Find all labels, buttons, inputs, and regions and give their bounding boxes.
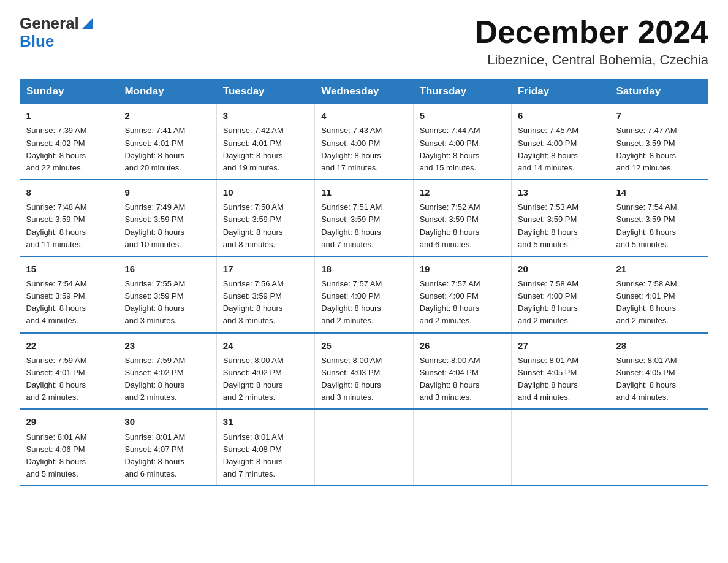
calendar-cell: 17Sunrise: 7:56 AM Sunset: 3:59 PM Dayli…	[216, 256, 314, 333]
day-info: Sunrise: 8:01 AM Sunset: 4:07 PM Dayligh…	[124, 431, 210, 481]
day-info: Sunrise: 7:49 AM Sunset: 3:59 PM Dayligh…	[124, 201, 210, 251]
day-number: 24	[223, 339, 308, 353]
day-info: Sunrise: 8:00 AM Sunset: 4:03 PM Dayligh…	[321, 354, 406, 404]
day-info: Sunrise: 7:50 AM Sunset: 3:59 PM Dayligh…	[223, 201, 308, 251]
calendar-cell: 19Sunrise: 7:57 AM Sunset: 4:00 PM Dayli…	[413, 256, 511, 333]
day-number: 5	[420, 109, 505, 123]
day-info: Sunrise: 8:01 AM Sunset: 4:06 PM Dayligh…	[26, 431, 112, 481]
day-info: Sunrise: 7:52 AM Sunset: 3:59 PM Dayligh…	[420, 201, 505, 251]
logo-general-text: General	[20, 15, 79, 33]
day-number: 16	[124, 262, 210, 276]
day-number: 15	[26, 262, 112, 276]
day-number: 6	[518, 109, 603, 123]
day-number: 23	[124, 339, 210, 353]
calendar-cell: 28Sunrise: 8:01 AM Sunset: 4:05 PM Dayli…	[610, 333, 708, 410]
day-info: Sunrise: 7:57 AM Sunset: 4:00 PM Dayligh…	[321, 278, 406, 327]
day-info: Sunrise: 8:01 AM Sunset: 4:05 PM Dayligh…	[518, 354, 603, 404]
day-of-week-header: Wednesday	[315, 80, 413, 104]
page-header: General Blue December 2024 Libeznice, Ce…	[20, 15, 708, 68]
day-info: Sunrise: 7:51 AM Sunset: 3:59 PM Dayligh…	[321, 201, 406, 251]
calendar-cell: 11Sunrise: 7:51 AM Sunset: 3:59 PM Dayli…	[315, 180, 413, 256]
title-block: December 2024 Libeznice, Central Bohemia…	[474, 15, 708, 68]
day-number: 19	[420, 262, 505, 276]
day-of-week-header: Tuesday	[216, 80, 314, 104]
calendar-cell: 10Sunrise: 7:50 AM Sunset: 3:59 PM Dayli…	[216, 180, 314, 256]
calendar-cell: 20Sunrise: 7:58 AM Sunset: 4:00 PM Dayli…	[512, 256, 610, 333]
calendar-cell	[610, 409, 708, 486]
day-info: Sunrise: 8:00 AM Sunset: 4:04 PM Dayligh…	[420, 354, 505, 404]
day-number: 10	[223, 185, 308, 199]
day-number: 21	[616, 262, 702, 276]
day-info: Sunrise: 7:54 AM Sunset: 3:59 PM Dayligh…	[616, 201, 702, 251]
day-info: Sunrise: 7:54 AM Sunset: 3:59 PM Dayligh…	[26, 278, 112, 327]
calendar-cell: 9Sunrise: 7:49 AM Sunset: 3:59 PM Daylig…	[118, 180, 216, 256]
calendar-cell	[512, 409, 610, 486]
day-info: Sunrise: 8:01 AM Sunset: 4:05 PM Dayligh…	[616, 354, 702, 404]
day-number: 22	[26, 339, 112, 353]
svg-marker-0	[82, 18, 93, 29]
day-of-week-header: Monday	[118, 80, 216, 104]
day-info: Sunrise: 7:59 AM Sunset: 4:01 PM Dayligh…	[26, 354, 112, 404]
calendar-cell: 7Sunrise: 7:47 AM Sunset: 3:59 PM Daylig…	[610, 104, 708, 180]
logo: General Blue	[20, 15, 94, 50]
day-number: 4	[321, 109, 406, 123]
day-info: Sunrise: 7:39 AM Sunset: 4:02 PM Dayligh…	[26, 124, 112, 174]
day-number: 18	[321, 262, 406, 276]
day-info: Sunrise: 7:53 AM Sunset: 3:59 PM Dayligh…	[518, 201, 603, 251]
calendar-cell: 6Sunrise: 7:45 AM Sunset: 4:00 PM Daylig…	[512, 104, 610, 180]
calendar-cell: 22Sunrise: 7:59 AM Sunset: 4:01 PM Dayli…	[20, 333, 118, 410]
day-info: Sunrise: 7:43 AM Sunset: 4:00 PM Dayligh…	[321, 124, 406, 174]
day-info: Sunrise: 7:44 AM Sunset: 4:00 PM Dayligh…	[420, 124, 505, 174]
day-info: Sunrise: 7:55 AM Sunset: 3:59 PM Dayligh…	[124, 278, 210, 327]
page-subtitle: Libeznice, Central Bohemia, Czechia	[474, 52, 708, 68]
day-info: Sunrise: 7:41 AM Sunset: 4:01 PM Dayligh…	[124, 124, 210, 174]
day-number: 8	[26, 185, 112, 199]
calendar-cell: 4Sunrise: 7:43 AM Sunset: 4:00 PM Daylig…	[315, 104, 413, 180]
calendar-cell: 14Sunrise: 7:54 AM Sunset: 3:59 PM Dayli…	[610, 180, 708, 256]
calendar-week-row: 22Sunrise: 7:59 AM Sunset: 4:01 PM Dayli…	[20, 333, 708, 410]
calendar-cell: 27Sunrise: 8:01 AM Sunset: 4:05 PM Dayli…	[512, 333, 610, 410]
calendar-cell: 31Sunrise: 8:01 AM Sunset: 4:08 PM Dayli…	[216, 409, 314, 486]
calendar-cell: 8Sunrise: 7:48 AM Sunset: 3:59 PM Daylig…	[20, 180, 118, 256]
day-of-week-header: Friday	[512, 80, 610, 104]
logo-blue-text: Blue	[20, 33, 54, 50]
calendar-cell: 29Sunrise: 8:01 AM Sunset: 4:06 PM Dayli…	[20, 409, 118, 486]
day-info: Sunrise: 7:47 AM Sunset: 3:59 PM Dayligh…	[616, 124, 702, 174]
day-number: 12	[420, 185, 505, 199]
calendar-cell	[315, 409, 413, 486]
calendar-cell: 18Sunrise: 7:57 AM Sunset: 4:00 PM Dayli…	[315, 256, 413, 333]
day-info: Sunrise: 7:45 AM Sunset: 4:00 PM Dayligh…	[518, 124, 603, 174]
calendar-week-row: 29Sunrise: 8:01 AM Sunset: 4:06 PM Dayli…	[20, 409, 708, 486]
calendar-cell: 1Sunrise: 7:39 AM Sunset: 4:02 PM Daylig…	[20, 104, 118, 180]
calendar-cell: 24Sunrise: 8:00 AM Sunset: 4:02 PM Dayli…	[216, 333, 314, 410]
page-title: December 2024	[474, 15, 708, 50]
calendar-cell: 3Sunrise: 7:42 AM Sunset: 4:01 PM Daylig…	[216, 104, 314, 180]
day-of-week-header: Saturday	[610, 80, 708, 104]
calendar-cell: 12Sunrise: 7:52 AM Sunset: 3:59 PM Dayli…	[413, 180, 511, 256]
calendar-cell: 13Sunrise: 7:53 AM Sunset: 3:59 PM Dayli…	[512, 180, 610, 256]
day-info: Sunrise: 8:00 AM Sunset: 4:02 PM Dayligh…	[223, 354, 308, 404]
day-number: 11	[321, 185, 406, 199]
calendar-cell: 2Sunrise: 7:41 AM Sunset: 4:01 PM Daylig…	[118, 104, 216, 180]
calendar-header-row: SundayMondayTuesdayWednesdayThursdayFrid…	[20, 80, 708, 104]
calendar-cell: 16Sunrise: 7:55 AM Sunset: 3:59 PM Dayli…	[118, 256, 216, 333]
day-info: Sunrise: 7:56 AM Sunset: 3:59 PM Dayligh…	[223, 278, 308, 327]
day-info: Sunrise: 8:01 AM Sunset: 4:08 PM Dayligh…	[223, 431, 308, 481]
day-number: 9	[124, 185, 210, 199]
day-info: Sunrise: 7:57 AM Sunset: 4:00 PM Dayligh…	[420, 278, 505, 327]
day-number: 2	[124, 109, 210, 123]
day-number: 27	[518, 339, 603, 353]
calendar-cell	[413, 409, 511, 486]
calendar-cell: 25Sunrise: 8:00 AM Sunset: 4:03 PM Dayli…	[315, 333, 413, 410]
day-info: Sunrise: 7:58 AM Sunset: 4:00 PM Dayligh…	[518, 278, 603, 327]
day-number: 7	[616, 109, 702, 123]
day-number: 13	[518, 185, 603, 199]
calendar-week-row: 15Sunrise: 7:54 AM Sunset: 3:59 PM Dayli…	[20, 256, 708, 333]
day-number: 17	[223, 262, 308, 276]
day-number: 28	[616, 339, 702, 353]
day-number: 20	[518, 262, 603, 276]
day-of-week-header: Sunday	[20, 80, 118, 104]
calendar-table: SundayMondayTuesdayWednesdayThursdayFrid…	[20, 79, 708, 486]
calendar-cell: 23Sunrise: 7:59 AM Sunset: 4:02 PM Dayli…	[118, 333, 216, 410]
day-number: 25	[321, 339, 406, 353]
